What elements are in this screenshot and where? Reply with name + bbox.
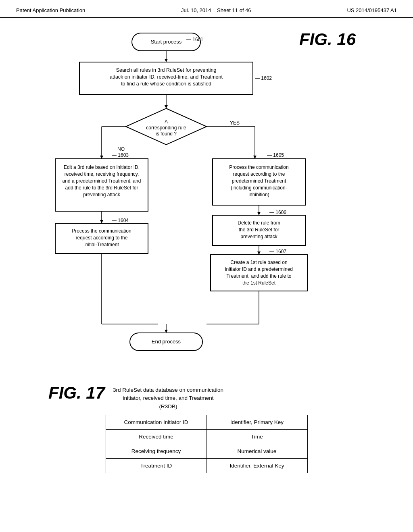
fig17-header: FIG. 17 3rd RuleSet data database on com… [48,384,365,411]
table-row: Receiving frequencyNumerical value [106,444,307,458]
svg-text:Edit a 3rd rule based on initi: Edit a 3rd rule based on initiator ID, [64,164,140,170]
table-cell-col1: Communication Initiator ID [106,415,206,429]
table-cell-col1: Treatment ID [106,458,206,473]
svg-marker-11 [165,105,168,108]
svg-text:Start process: Start process [151,39,182,45]
fig17-label: FIG. 17 [48,384,105,401]
header-sheet: Sheet 11 of 46 [217,7,251,13]
svg-marker-37 [253,156,257,159]
svg-marker-46 [257,212,261,215]
svg-marker-20 [100,156,103,159]
svg-text:— 1603: — 1603 [112,152,129,158]
svg-text:predetermined Treatment: predetermined Treatment [232,178,286,184]
svg-rect-4 [79,62,253,94]
svg-marker-12 [126,108,206,145]
table-row: Communication Initiator IDIdentifier, Pr… [106,415,307,429]
fig17-area: FIG. 17 3rd RuleSet data database on com… [24,384,389,473]
svg-text:and a predetermined Treatment,: and a predetermined Treatment, and [63,178,141,184]
svg-text:Create a 1st rule based on: Create a 1st rule based on [230,260,287,265]
table-cell-col1: Receiving frequency [106,444,206,458]
svg-text:— 1601: — 1601 [186,37,203,42]
svg-text:request according to the: request according to the [76,235,128,241]
svg-rect-47 [213,215,305,245]
svg-text:— 1605: — 1605 [267,152,284,158]
svg-marker-3 [165,59,168,62]
svg-text:initial-Treatment: initial-Treatment [84,242,119,247]
header-right: US 2014/0195437 A1 [347,7,397,13]
svg-text:End process: End process [152,339,181,345]
page-header: Patent Application Publication Jul. 10, … [0,0,413,18]
svg-rect-30 [55,223,148,254]
table-cell-col2: Identifier, Primary Key [206,415,307,429]
svg-text:attack on initiator ID, receiv: attack on initiator ID, received-time, a… [110,74,223,80]
fig17-caption-line2: initiator, received time, and Treatment [113,394,223,402]
svg-text:— 1607: — 1607 [269,249,286,254]
svg-text:request according to the: request according to the [233,171,285,177]
svg-text:Process the communication: Process the communication [229,164,288,170]
svg-text:(including communication-: (including communication- [231,185,287,191]
svg-text:to find a rule whose condition: to find a rule whose condition is satisf… [121,81,211,87]
table-cell-col2: Identifier, External Key [206,458,307,473]
header-center: Jul. 10, 2014 Sheet 11 of 46 [181,7,251,13]
svg-text:inhibition): inhibition) [248,192,269,197]
table-row: Received timeTime [106,429,307,444]
header-date: Jul. 10, 2014 [181,7,211,13]
svg-marker-65 [165,330,168,333]
flowchart-svg: Start process Search all rules in 3rd Ru… [33,26,380,376]
fig17-table: Communication Initiator IDIdentifier, Pr… [106,415,308,473]
svg-text:NO: NO [117,146,125,152]
svg-text:— 1602: — 1602 [255,75,272,81]
fig17-caption: 3rd RuleSet data database on communicati… [113,384,223,411]
svg-text:preventing attack: preventing attack [240,234,277,239]
svg-marker-29 [100,220,103,223]
svg-text:the 1st RuleSet: the 1st RuleSet [242,280,276,286]
svg-text:add the rule to the 3rd RuleSe: add the rule to the 3rd RuleSet for [65,185,138,191]
svg-rect-21 [55,159,148,211]
table-row: Treatment IDIdentifier, External Key [106,458,307,473]
svg-rect-54 [211,255,307,291]
fig16-label: FIG. 16 [299,30,356,49]
fig16-diagram: FIG. 16 Start process Search all rules i… [33,26,380,376]
svg-text:A: A [165,119,168,125]
svg-rect-0 [132,33,200,51]
svg-text:Treatment, and add the rule to: Treatment, and add the rule to [227,273,292,279]
svg-text:is found ?: is found ? [156,131,177,137]
fig17-caption-line3: (R3DB) [113,403,223,411]
svg-text:corresponding rule: corresponding rule [146,125,186,131]
table-cell-col1: Received time [106,429,206,444]
table-cell-col2: Time [206,429,307,444]
svg-text:the 3rd RuleSet for: the 3rd RuleSet for [239,227,280,233]
svg-text:initiator ID and a predetermin: initiator ID and a predetermined [225,266,293,272]
header-left: Patent Application Publication [16,7,85,13]
fig17-caption-line1: 3rd RuleSet data database on communicati… [113,386,223,394]
main-content: FIG. 16 Start process Search all rules i… [0,18,413,481]
svg-text:Delete the rule from: Delete the rule from [238,220,280,226]
svg-text:preventing attack: preventing attack [83,192,120,197]
svg-text:Process the communication: Process the communication [72,228,131,234]
svg-text:— 1604: — 1604 [112,218,129,223]
table-cell-col2: Numerical value [206,444,307,458]
svg-text:Search all rules in 3rd RuleSe: Search all rules in 3rd RuleSet for prev… [116,67,217,73]
svg-rect-38 [213,159,305,205]
svg-marker-53 [257,251,261,255]
svg-rect-66 [130,333,202,351]
svg-text:YES: YES [230,120,240,126]
svg-text:— 1606: — 1606 [269,210,286,215]
svg-text:received time,  receiving freq: received time, receiving frequency, [65,171,139,177]
